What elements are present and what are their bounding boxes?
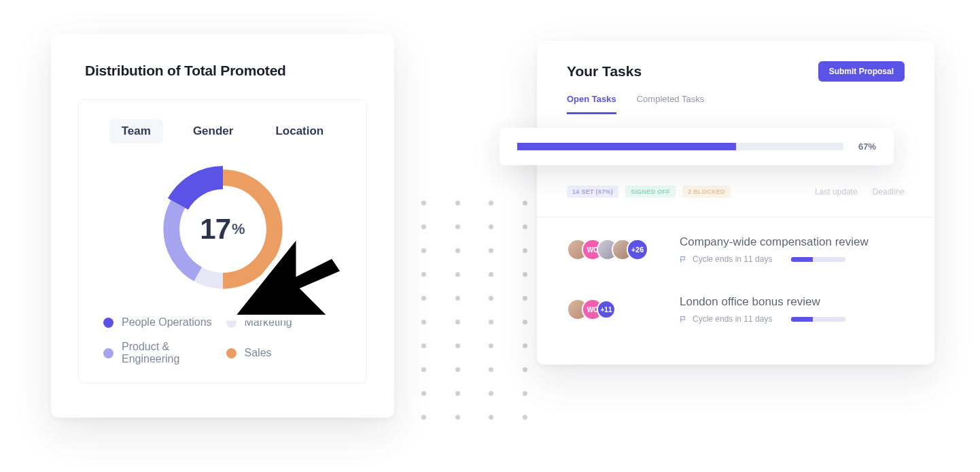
distribution-donut: 17 %	[155, 161, 291, 297]
task-row[interactable]: WC +11 London office bonus review Cycle …	[537, 277, 934, 337]
task-progress-fill	[791, 317, 813, 322]
distribution-tabs: Team Gender Location	[99, 119, 346, 144]
tab-gender[interactable]: Gender	[181, 119, 246, 144]
legend-item-product-engineering: Product & Engineering	[103, 341, 220, 365]
status-chip-set: 14 SET (67%)	[567, 186, 618, 198]
legend-item-sales: Sales	[226, 341, 343, 365]
flag-icon	[680, 316, 687, 323]
tab-open-tasks[interactable]: Open Tasks	[567, 94, 616, 114]
legend-item-people-operations: People Operations	[103, 316, 220, 328]
submit-proposal-button[interactable]: Submit Proposal	[818, 61, 905, 82]
task-progress-bar	[791, 257, 845, 262]
tab-location[interactable]: Location	[263, 119, 336, 144]
overall-progress-card: 67%	[500, 128, 894, 165]
task-list: WC +26 Company-wide compensation review …	[537, 217, 934, 337]
overall-progress-fill	[517, 143, 736, 150]
flag-icon	[680, 256, 687, 263]
tasks-header: Your Tasks Submit Proposal	[537, 61, 934, 82]
task-meta-text: Cycle ends in 11 days	[693, 314, 772, 324]
task-main: London office bonus review Cycle ends in…	[680, 295, 905, 324]
tasks-tabs: Open Tasks Completed Tasks	[537, 82, 934, 114]
cursor-icon	[220, 199, 355, 335]
tab-team[interactable]: Team	[109, 119, 163, 144]
legend-label: Sales	[245, 347, 272, 359]
status-chip-signedoff: SIGNED OFF	[625, 186, 676, 198]
distribution-title: Distribution of Total Promoted	[85, 63, 367, 79]
tab-completed-tasks[interactable]: Completed Tasks	[637, 94, 704, 114]
task-title: London office bonus review	[680, 295, 905, 309]
distribution-inner-panel: Team Gender Location 17 %	[78, 99, 367, 384]
col-last-update: Last update	[815, 187, 858, 197]
avatar-overflow: +26	[627, 239, 648, 260]
overall-progress-label: 67%	[858, 141, 876, 152]
status-chip-blocked: 2 BLOCKED	[682, 186, 731, 198]
tasks-card: Your Tasks Submit Proposal Open Tasks Co…	[537, 41, 934, 365]
decorative-dot-grid	[421, 201, 530, 420]
col-deadline: Deadline	[873, 187, 905, 197]
legend-label: Product & Engineering	[122, 341, 220, 365]
task-avatars: WC +26	[567, 239, 662, 260]
task-meta: Cycle ends in 11 days	[680, 314, 905, 324]
task-row[interactable]: WC +26 Company-wide compensation review …	[537, 218, 934, 277]
task-title: Company-wide compensation review	[680, 235, 905, 249]
task-main: Company-wide compensation review Cycle e…	[680, 235, 905, 264]
task-progress-bar	[791, 317, 845, 322]
swatch-icon	[103, 348, 113, 358]
task-progress-fill	[791, 257, 813, 262]
task-meta-text: Cycle ends in 11 days	[693, 254, 772, 264]
tasks-title: Your Tasks	[567, 63, 642, 80]
legend-label: People Operations	[122, 316, 212, 328]
overall-progress-bar	[517, 143, 843, 150]
swatch-icon	[226, 348, 237, 358]
distribution-card: Distribution of Total Promoted Team Gend…	[51, 34, 394, 418]
swatch-icon	[103, 318, 113, 328]
task-avatars: WC +11	[567, 299, 662, 320]
status-column-headers: Last update Deadline	[815, 187, 905, 197]
task-meta: Cycle ends in 11 days	[680, 254, 905, 264]
status-row: 14 SET (67%) SIGNED OFF 2 BLOCKED Last u…	[537, 186, 934, 198]
avatar-overflow: +11	[597, 300, 616, 319]
